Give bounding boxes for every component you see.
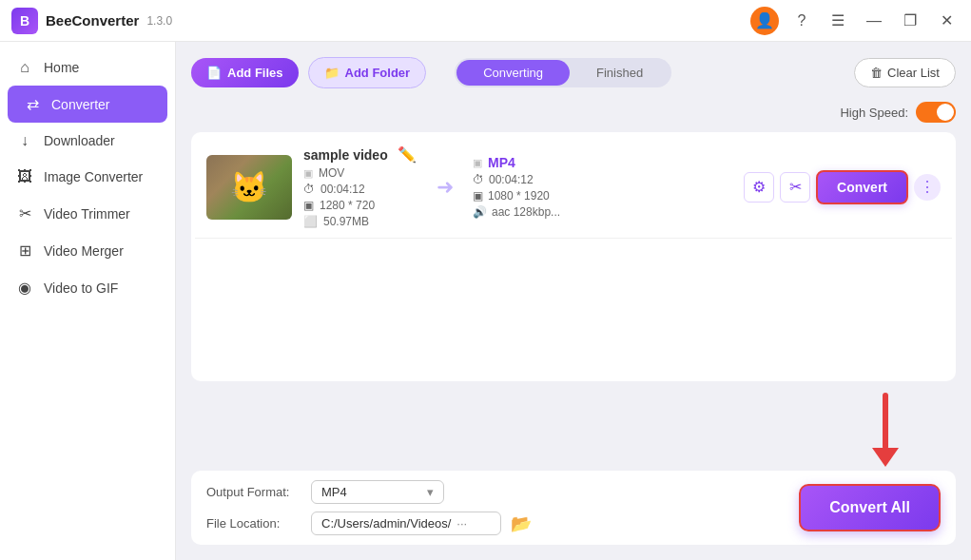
convert-all-button[interactable]: Convert All [799, 484, 941, 531]
add-files-button[interactable]: 📄 Add Files [191, 58, 299, 87]
menu-button[interactable]: ☰ [825, 8, 851, 34]
sidebar-item-label: Video Trimmer [44, 206, 130, 222]
file-location-field: File Location: C:/Users/admin/Videos/ ··… [206, 512, 780, 535]
clock-icon: ⏱ [303, 183, 315, 196]
location-input[interactable]: C:/Users/admin/Videos/ ··· [311, 512, 501, 535]
clear-list-button[interactable]: 🗑 Clear List [854, 58, 956, 87]
dst-duration: 00:04:12 [489, 173, 534, 186]
dst-resolution-row: ▣ 1080 * 1920 [473, 189, 615, 203]
size-icon: ⬜ [303, 215, 318, 228]
browse-folder-button[interactable]: 📂 [511, 513, 532, 534]
add-files-icon: 📄 [206, 66, 222, 80]
sidebar-item-home[interactable]: ⌂ Home [0, 49, 175, 86]
file-info: sample video ✏️ ▣ MOV ⏱ 00:04:12 ▣ 1280 … [303, 145, 418, 228]
format-select[interactable]: MP4 ▾ [311, 480, 444, 504]
table-row: sample video ✏️ ▣ MOV ⏱ 00:04:12 ▣ 1280 … [195, 136, 952, 239]
sidebar-item-label: Video Merger [44, 243, 124, 259]
high-speed-label: High Speed: [840, 106, 908, 120]
settings-action-button[interactable]: ⚙ [744, 172, 774, 203]
dst-duration-row: ⏱ 00:04:12 [473, 173, 615, 186]
dst-resolution-icon: ▣ [473, 189, 483, 203]
src-format-row: ▣ MOV [303, 166, 418, 180]
output-info: ▣ MP4 ⏱ 00:04:12 ▣ 1080 * 1920 🔊 aac 128… [473, 155, 615, 219]
bottom-bar: Output Format: MP4 ▾ File Location: C:/U… [191, 471, 956, 545]
sidebar-item-label: Home [44, 60, 79, 75]
output-format-field: Output Format: MP4 ▾ [206, 480, 780, 504]
dst-clock-icon: ⏱ [473, 173, 484, 186]
image-converter-icon: 🖼 [15, 168, 34, 185]
high-speed-row: High Speed: [191, 102, 956, 123]
output-format-label: Output Format: [206, 485, 301, 499]
sidebar-item-label: Downloader [44, 133, 115, 148]
minimize-button[interactable]: — [861, 8, 887, 34]
title-bar-left: B BeeConverter 1.3.0 [11, 8, 172, 34]
thumbnail-image [206, 155, 292, 220]
convert-button[interactable]: Convert [816, 170, 908, 204]
sidebar-item-image-converter[interactable]: 🖼 Image Converter [0, 159, 175, 195]
arrow-annotation [191, 393, 956, 467]
title-bar: B BeeConverter 1.3.0 👤 ? ☰ — ❐ ✕ [0, 0, 971, 42]
dst-format-icon: ▣ [473, 157, 482, 169]
sidebar-item-video-merger[interactable]: ⊞ Video Merger [0, 232, 175, 269]
app-version: 1.3.0 [146, 14, 172, 28]
src-duration: 00:04:12 [320, 183, 365, 196]
video-trimmer-icon: ✂ [15, 204, 34, 222]
avatar-button[interactable]: 👤 [750, 7, 779, 35]
high-speed-toggle[interactable] [916, 102, 956, 123]
src-size: 50.97MB [323, 215, 369, 228]
sidebar-item-downloader[interactable]: ↓ Downloader [0, 123, 175, 159]
app-logo: B [11, 8, 38, 34]
dst-format: MP4 [488, 155, 515, 170]
src-format-icon: ▣ [303, 167, 313, 180]
add-folder-icon: 📁 [324, 66, 340, 80]
home-icon: ⌂ [15, 59, 34, 76]
audio-icon: 🔊 [473, 205, 487, 219]
sidebar: ⌂ Home ⇄ Converter ↓ Downloader 🖼 Image … [0, 42, 176, 560]
conversion-arrow-icon: ➜ [437, 175, 454, 200]
red-arrow [872, 393, 899, 467]
format-value: MP4 [321, 485, 347, 499]
src-duration-row: ⏱ 00:04:12 [303, 183, 418, 196]
downloader-icon: ↓ [15, 132, 34, 149]
sidebar-item-converter[interactable]: ⇄ Converter [8, 86, 167, 123]
edit-icon[interactable]: ✏️ [398, 145, 417, 164]
top-bar: 📄 Add Files 📁 Add Folder Converting Fini… [191, 57, 956, 88]
folder-icon: 📂 [511, 514, 532, 533]
tab-finished[interactable]: Finished [570, 60, 670, 86]
clear-icon: 🗑 [870, 66, 883, 80]
sidebar-item-video-to-gif[interactable]: ◉ Video to GIF [0, 269, 175, 306]
video-to-gif-icon: ◉ [15, 279, 34, 297]
dst-audio-row: 🔊 aac 128kbp... [473, 205, 615, 219]
add-folder-button[interactable]: 📁 Add Folder [308, 57, 427, 88]
src-format: MOV [319, 166, 344, 180]
chevron-down-icon: ▾ [427, 485, 434, 499]
settings-icon: ⚙ [752, 178, 766, 196]
tabs-container: Converting Finished [455, 58, 671, 87]
help-button[interactable]: ? [788, 8, 815, 34]
more-options-button[interactable]: ⋮ [914, 174, 941, 201]
file-location-label: File Location: [206, 516, 301, 531]
tab-converting[interactable]: Converting [456, 60, 570, 86]
close-button[interactable]: ✕ [933, 8, 960, 34]
maximize-button[interactable]: ❐ [897, 8, 923, 34]
toggle-knob [937, 104, 954, 121]
file-thumbnail [206, 155, 292, 220]
bottom-fields: Output Format: MP4 ▾ File Location: C:/U… [206, 480, 780, 535]
src-size-row: ⬜ 50.97MB [303, 215, 418, 228]
video-merger-icon: ⊞ [15, 241, 34, 260]
location-value: C:/Users/admin/Videos/ [321, 516, 451, 531]
dst-audio: aac 128kbp... [492, 205, 560, 219]
arrow-shaft [883, 393, 888, 450]
sidebar-item-label: Image Converter [44, 169, 143, 184]
dst-resolution: 1080 * 1920 [488, 189, 550, 203]
file-name: sample video [303, 147, 388, 163]
file-list: sample video ✏️ ▣ MOV ⏱ 00:04:12 ▣ 1280 … [191, 132, 956, 381]
scissors-icon: ✂ [789, 178, 802, 196]
resolution-icon: ▣ [303, 199, 314, 212]
location-dots-button[interactable]: ··· [456, 516, 467, 531]
arrow-head [872, 448, 899, 467]
title-bar-right: 👤 ? ☰ — ❐ ✕ [750, 7, 960, 35]
trim-action-button[interactable]: ✂ [780, 172, 810, 203]
app-name: BeeConverter [46, 12, 139, 29]
sidebar-item-video-trimmer[interactable]: ✂ Video Trimmer [0, 195, 175, 232]
